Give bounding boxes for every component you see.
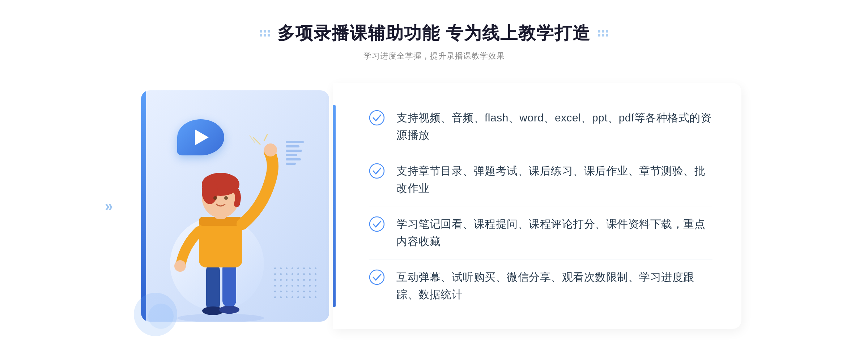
- feature-text-2: 支持章节目录、弹题考试、课后练习、课后作业、章节测验、批改作业: [396, 162, 712, 197]
- svg-point-12: [202, 179, 218, 204]
- blue-side-panel: [141, 90, 146, 322]
- chevrons-left-decoration: »: [105, 198, 113, 214]
- header-dots-left-decoration: [260, 30, 270, 37]
- feature-text-3: 学习笔记回看、课程提问、课程评论打分、课件资料下载，重点内容收藏: [396, 215, 712, 250]
- svg-point-0: [177, 314, 264, 322]
- check-circle-icon-1: [369, 110, 385, 126]
- feature-item-2: 支持章节目录、弹题考试、课后练习、课后作业、章节测验、批改作业: [369, 156, 712, 203]
- bottom-circle-small: [148, 304, 174, 329]
- divider-3: [369, 259, 712, 259]
- illustration-background: [141, 90, 329, 322]
- check-circle-icon-4: [369, 269, 385, 285]
- feature-item-1: 支持视频、音频、flash、word、excel、ppt、pdf等各种格式的资源…: [369, 103, 712, 150]
- stripes-decoration: [286, 141, 304, 177]
- svg-point-7: [264, 143, 277, 156]
- check-circle-icon-3: [369, 216, 385, 232]
- main-title: 多项录播课辅助功能 专为线上教学打造: [277, 22, 590, 45]
- features-panel: 支持视频、音频、flash、word、excel、ppt、pdf等各种格式的资源…: [333, 83, 741, 329]
- person-figure: [159, 134, 282, 322]
- header-dots-right-decoration: [598, 30, 608, 37]
- divider-1: [369, 153, 712, 153]
- feature-item-3: 学习笔记回看、课程提问、课程评论打分、课件资料下载，重点内容收藏: [369, 209, 712, 257]
- svg-point-4: [219, 306, 239, 314]
- header-section: 多项录播课辅助功能 专为线上教学打造 学习进度全掌握，提升录播课教学效果: [260, 22, 608, 61]
- feature-item-4: 互动弹幕、试听购买、微信分享、观看次数限制、学习进度跟踪、数据统计: [369, 262, 712, 310]
- svg-line-16: [264, 134, 268, 141]
- svg-point-19: [370, 164, 384, 178]
- svg-point-13: [213, 196, 217, 200]
- svg-line-17: [250, 136, 255, 143]
- svg-point-18: [370, 111, 384, 125]
- page-wrapper: 多项录播课辅助功能 专为线上教学打造 学习进度全掌握，提升录播课教学效果 »: [0, 0, 868, 352]
- svg-point-14: [224, 196, 228, 200]
- content-area: »: [127, 83, 741, 329]
- svg-point-21: [370, 270, 384, 284]
- title-row: 多项录播课辅助功能 专为线上教学打造: [260, 22, 608, 45]
- svg-rect-2: [222, 262, 236, 307]
- illustration-area: [127, 83, 336, 329]
- svg-point-8: [174, 260, 186, 272]
- svg-line-15: [253, 137, 260, 145]
- feature-text-4: 互动弹幕、试听购买、微信分享、观看次数限制、学习进度跟踪、数据统计: [396, 269, 712, 303]
- svg-rect-1: [206, 264, 220, 311]
- check-circle-icon-2: [369, 163, 385, 179]
- divider-2: [369, 206, 712, 206]
- svg-point-20: [370, 217, 384, 231]
- feature-text-1: 支持视频、音频、flash、word、excel、ppt、pdf等各种格式的资源…: [396, 109, 712, 144]
- features-accent-bar: [333, 105, 336, 307]
- subtitle: 学习进度全掌握，提升录播课教学效果: [363, 51, 505, 61]
